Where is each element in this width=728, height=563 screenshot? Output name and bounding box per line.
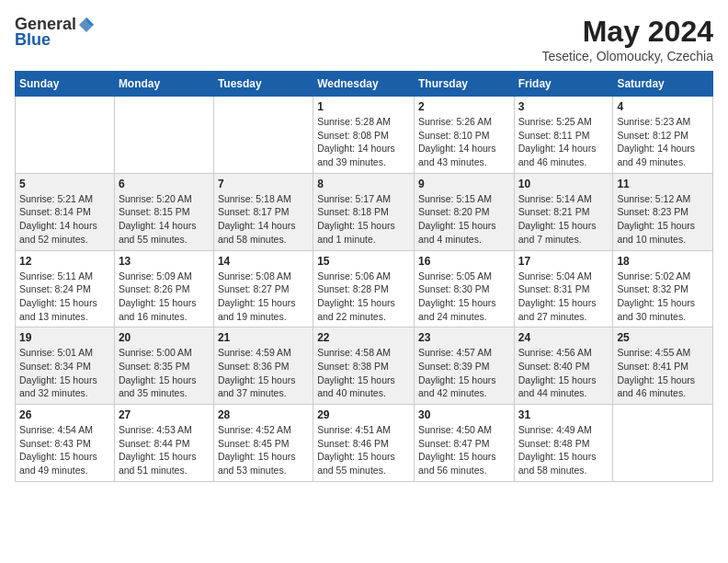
calendar-week-row: 12Sunrise: 5:11 AM Sunset: 8:24 PM Dayli… [16,250,713,327]
calendar-cell: 3Sunrise: 5:25 AM Sunset: 8:11 PM Daylig… [514,97,613,174]
calendar-body: 1Sunrise: 5:28 AM Sunset: 8:08 PM Daylig… [16,97,713,482]
day-info: Sunrise: 5:09 AM Sunset: 8:26 PM Dayligh… [119,270,210,324]
day-info: Sunrise: 5:05 AM Sunset: 8:30 PM Dayligh… [418,270,510,324]
calendar-cell: 26Sunrise: 4:54 AM Sunset: 8:43 PM Dayli… [16,405,115,482]
calendar-cell: 12Sunrise: 5:11 AM Sunset: 8:24 PM Dayli… [16,250,115,327]
day-info: Sunrise: 5:08 AM Sunset: 8:27 PM Dayligh… [218,270,309,324]
day-info: Sunrise: 4:52 AM Sunset: 8:45 PM Dayligh… [218,423,309,477]
day-of-week-header: Wednesday [313,72,415,97]
day-info: Sunrise: 4:54 AM Sunset: 8:43 PM Dayligh… [19,423,110,477]
calendar-cell: 4Sunrise: 5:23 AM Sunset: 8:12 PM Daylig… [613,97,713,174]
day-number: 21 [218,331,309,344]
calendar-cell [613,405,713,482]
calendar-cell: 16Sunrise: 5:05 AM Sunset: 8:30 PM Dayli… [414,250,514,327]
calendar-cell: 23Sunrise: 4:57 AM Sunset: 8:39 PM Dayli… [414,327,514,405]
day-of-week-header: Sunday [16,72,115,97]
day-info: Sunrise: 5:20 AM Sunset: 8:15 PM Dayligh… [119,192,210,247]
day-info: Sunrise: 4:58 AM Sunset: 8:38 PM Dayligh… [317,346,410,400]
day-of-week-header: Thursday [414,72,514,97]
calendar-cell: 25Sunrise: 4:55 AM Sunset: 8:41 PM Dayli… [613,327,713,405]
day-info: Sunrise: 5:00 AM Sunset: 8:35 PM Dayligh… [119,346,210,400]
day-number: 25 [617,331,709,344]
day-number: 19 [19,331,110,344]
calendar-cell: 29Sunrise: 4:51 AM Sunset: 8:46 PM Dayli… [313,405,415,482]
day-info: Sunrise: 5:26 AM Sunset: 8:10 PM Dayligh… [418,115,510,169]
day-info: Sunrise: 5:21 AM Sunset: 8:14 PM Dayligh… [19,192,110,247]
day-info: Sunrise: 5:15 AM Sunset: 8:20 PM Dayligh… [418,192,510,247]
calendar-cell: 24Sunrise: 4:56 AM Sunset: 8:40 PM Dayli… [514,327,613,405]
day-number: 20 [119,331,210,344]
calendar-cell: 18Sunrise: 5:02 AM Sunset: 8:32 PM Dayli… [613,250,713,327]
calendar-cell: 17Sunrise: 5:04 AM Sunset: 8:31 PM Dayli… [514,250,613,327]
calendar: SundayMondayTuesdayWednesdayThursdayFrid… [15,71,713,482]
calendar-cell: 9Sunrise: 5:15 AM Sunset: 8:20 PM Daylig… [414,173,514,250]
day-number: 8 [317,178,410,190]
day-info: Sunrise: 5:23 AM Sunset: 8:12 PM Dayligh… [617,115,709,169]
day-info: Sunrise: 4:55 AM Sunset: 8:41 PM Dayligh… [617,346,709,400]
calendar-cell: 15Sunrise: 5:06 AM Sunset: 8:28 PM Dayli… [313,250,415,327]
day-info: Sunrise: 5:17 AM Sunset: 8:18 PM Dayligh… [317,192,410,247]
calendar-cell: 11Sunrise: 5:12 AM Sunset: 8:23 PM Dayli… [613,173,713,250]
day-info: Sunrise: 4:49 AM Sunset: 8:48 PM Dayligh… [518,423,609,477]
calendar-cell: 27Sunrise: 4:53 AM Sunset: 8:44 PM Dayli… [114,405,213,482]
day-number: 29 [317,408,410,421]
day-number: 30 [418,408,510,421]
day-info: Sunrise: 5:18 AM Sunset: 8:17 PM Dayligh… [218,192,309,247]
day-number: 16 [418,255,510,268]
day-info: Sunrise: 5:12 AM Sunset: 8:23 PM Dayligh… [617,192,709,247]
day-number: 26 [19,408,110,421]
logo-blue: Blue [15,30,51,50]
day-number: 10 [518,178,609,190]
calendar-cell: 13Sunrise: 5:09 AM Sunset: 8:26 PM Dayli… [114,250,213,327]
day-info: Sunrise: 5:02 AM Sunset: 8:32 PM Dayligh… [617,270,709,324]
day-number: 28 [218,408,309,421]
calendar-cell: 5Sunrise: 5:21 AM Sunset: 8:14 PM Daylig… [16,173,115,250]
location: Tesetice, Olomoucky, Czechia [542,49,713,63]
day-number: 27 [119,408,210,421]
day-info: Sunrise: 4:57 AM Sunset: 8:39 PM Dayligh… [418,346,510,400]
day-of-week-header: Friday [514,72,613,97]
title-area: May 2024 Tesetice, Olomoucky, Czechia [542,15,713,63]
calendar-cell: 19Sunrise: 5:01 AM Sunset: 8:34 PM Dayli… [16,327,115,405]
day-info: Sunrise: 5:14 AM Sunset: 8:21 PM Dayligh… [518,192,609,247]
day-of-week-header: Monday [114,72,213,97]
day-number: 12 [19,255,110,268]
day-info: Sunrise: 4:51 AM Sunset: 8:46 PM Dayligh… [317,423,410,477]
calendar-cell: 7Sunrise: 5:18 AM Sunset: 8:17 PM Daylig… [213,173,313,250]
day-number: 1 [317,100,410,113]
calendar-cell: 21Sunrise: 4:59 AM Sunset: 8:36 PM Dayli… [213,327,313,405]
day-number: 22 [317,331,410,344]
day-number: 15 [317,255,410,268]
day-number: 24 [518,331,609,344]
day-info: Sunrise: 5:06 AM Sunset: 8:28 PM Dayligh… [317,270,410,324]
day-info: Sunrise: 4:53 AM Sunset: 8:44 PM Dayligh… [119,423,210,477]
day-number: 6 [119,178,210,190]
day-of-week-header: Saturday [613,72,713,97]
day-info: Sunrise: 5:04 AM Sunset: 8:31 PM Dayligh… [518,270,609,324]
calendar-cell [213,97,313,174]
day-number: 11 [617,178,709,190]
calendar-cell: 31Sunrise: 4:49 AM Sunset: 8:48 PM Dayli… [514,405,613,482]
day-info: Sunrise: 5:25 AM Sunset: 8:11 PM Dayligh… [518,115,609,169]
calendar-week-row: 5Sunrise: 5:21 AM Sunset: 8:14 PM Daylig… [16,173,713,250]
calendar-cell: 2Sunrise: 5:26 AM Sunset: 8:10 PM Daylig… [414,97,514,174]
day-number: 23 [418,331,510,344]
day-number: 7 [218,178,309,190]
day-number: 2 [418,100,510,113]
calendar-cell: 8Sunrise: 5:17 AM Sunset: 8:18 PM Daylig… [313,173,415,250]
calendar-cell: 20Sunrise: 5:00 AM Sunset: 8:35 PM Dayli… [114,327,213,405]
header: General Blue May 2024 Tesetice, Olomouck… [15,15,713,63]
day-number: 5 [19,178,110,190]
day-info: Sunrise: 4:50 AM Sunset: 8:47 PM Dayligh… [418,423,510,477]
day-info: Sunrise: 4:59 AM Sunset: 8:36 PM Dayligh… [218,346,309,400]
day-number: 17 [518,255,609,268]
calendar-cell: 14Sunrise: 5:08 AM Sunset: 8:27 PM Dayli… [213,250,313,327]
calendar-header: SundayMondayTuesdayWednesdayThursdayFrid… [16,72,713,97]
calendar-week-row: 19Sunrise: 5:01 AM Sunset: 8:34 PM Dayli… [16,327,713,405]
calendar-cell [114,97,213,174]
month-year: May 2024 [542,15,713,49]
logo: General Blue [15,15,97,50]
calendar-cell: 30Sunrise: 4:50 AM Sunset: 8:47 PM Dayli… [414,405,514,482]
day-info: Sunrise: 4:56 AM Sunset: 8:40 PM Dayligh… [518,346,609,400]
calendar-cell: 1Sunrise: 5:28 AM Sunset: 8:08 PM Daylig… [313,97,415,174]
